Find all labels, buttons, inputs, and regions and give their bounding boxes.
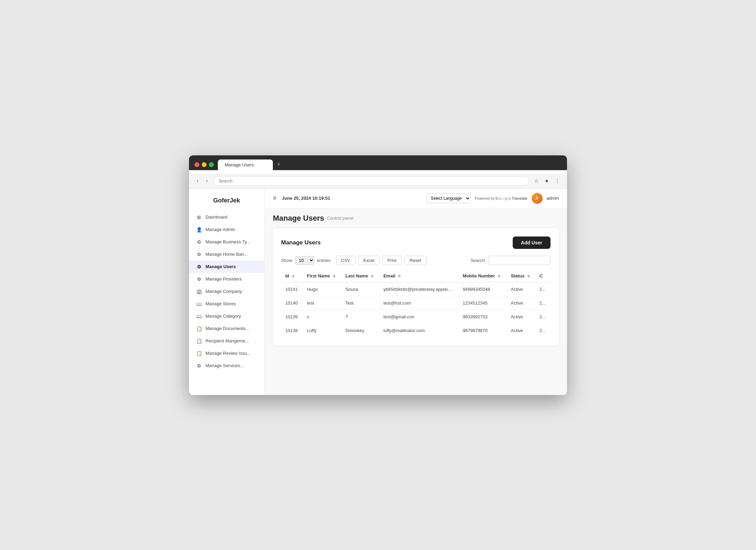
table-controls-row1: Show 10 25 50 100 entries CSV Excel	[281, 256, 551, 265]
reset-button[interactable]: Reset	[404, 256, 426, 265]
sidebar-item-dashboard[interactable]: ⊞ Dashboard	[189, 211, 264, 223]
excel-button[interactable]: Excel	[358, 256, 379, 265]
table-header-row: Id ⇅ First Name ⇅ Last Name ⇅ Email ⇅	[281, 270, 551, 282]
col-header-status[interactable]: Status ⇅	[507, 270, 535, 282]
cell-first-name: Luffy	[303, 323, 341, 337]
cell-status: Active	[507, 282, 535, 296]
minimize-dot[interactable]	[202, 162, 207, 167]
sidebar-item-manage-stores[interactable]: 📖 Manage Stores	[189, 298, 264, 310]
sidebar-item-label: Manage Home Ban...	[205, 252, 248, 257]
browser-toolbar: ‹ › ☆ ● ⋮	[189, 174, 567, 189]
sort-icon-id: ⇅	[292, 274, 294, 278]
sidebar-brand: GoferJek	[189, 194, 264, 211]
cell-id: 10139	[281, 310, 303, 323]
avatar: A	[532, 193, 543, 204]
manage-services-icon: ⚙	[196, 363, 202, 368]
cell-mobile: 1234512345	[459, 296, 507, 310]
ogle-e: e	[509, 196, 511, 200]
cell-c: 2...	[535, 282, 551, 296]
manage-stores-icon: 📖	[196, 301, 202, 307]
address-bar[interactable]	[213, 176, 530, 186]
sidebar-item-label: Manage Users	[205, 264, 236, 269]
tab-title: Manage Users	[225, 162, 254, 167]
profile-button[interactable]: ●	[544, 176, 550, 185]
table-head: Id ⇅ First Name ⇅ Last Name ⇅ Email ⇅	[281, 270, 551, 282]
search-label: Search:	[470, 258, 486, 263]
page-title: Manage Users	[273, 214, 324, 223]
new-tab-button[interactable]: +	[274, 160, 284, 169]
cell-mobile: 9833992753	[459, 310, 507, 323]
page-header: Manage Users Control panel	[265, 208, 567, 226]
cell-first-name: test	[303, 296, 341, 310]
table-card-title: Manage Users	[281, 239, 321, 246]
search-input[interactable]	[489, 256, 551, 265]
top-bar-left: ≡ June 25, 2024 10:19:51	[273, 195, 330, 202]
sidebar-item-manage-providers[interactable]: ⚙ Manage Providers	[189, 273, 264, 285]
cell-c: 2...	[535, 296, 551, 310]
active-tab[interactable]: Manage Users	[218, 160, 273, 170]
sidebar-item-manage-business[interactable]: ⚙ Manage Business Ty...	[189, 236, 264, 248]
back-button[interactable]: ‹	[194, 176, 200, 185]
sidebar-item-manage-documents[interactable]: 📋 Manage Documents...	[189, 322, 264, 335]
print-button[interactable]: Print	[382, 256, 402, 265]
sidebar-item-manage-home-bank[interactable]: ⚙ Manage Home Ban...	[189, 248, 264, 261]
oogle-text: o	[499, 196, 501, 200]
csv-button[interactable]: CSV	[336, 256, 356, 265]
sidebar-item-label: Dashboard	[205, 214, 227, 220]
admin-label: admin	[547, 196, 559, 201]
sidebar-item-label: Manage Services...	[205, 363, 244, 368]
sidebar-item-label: Manage Admin	[205, 227, 235, 232]
sidebar-item-manage-services[interactable]: ⚙ Manage Services...	[189, 360, 264, 372]
entries-select[interactable]: 10 25 50 100	[295, 256, 314, 265]
close-dot[interactable]	[194, 162, 199, 167]
forward-button[interactable]: ›	[204, 176, 210, 185]
manage-review-icon: 📋	[196, 351, 202, 356]
manage-providers-icon: ⚙	[196, 276, 202, 282]
hamburger-button[interactable]: ≡	[273, 195, 277, 202]
cell-status: Active	[507, 323, 535, 337]
browser-window: Manage Users + ‹ › ☆ ● ⋮ GoferJek ⊞ Dash…	[189, 155, 567, 395]
sidebar-item-manage-users[interactable]: ⚙ Manage Users	[189, 261, 264, 273]
sidebar-item-manage-category[interactable]: 📖 Manage Category	[189, 310, 264, 322]
breadcrumb: Control panel	[327, 216, 353, 221]
sidebar-item-manage-review[interactable]: 📋 Manage Review Issu...	[189, 347, 264, 360]
sidebar-item-manage-admin[interactable]: 👤 Manage Admin	[189, 223, 264, 236]
add-user-button[interactable]: Add User	[513, 236, 551, 249]
sidebar-item-label: Manage Providers	[205, 276, 242, 282]
cell-last-name: Dmonkey	[341, 323, 379, 337]
bookmark-button[interactable]: ☆	[533, 176, 540, 186]
sort-icon-first-name: ⇅	[333, 274, 335, 278]
col-header-email[interactable]: Email ⇅	[379, 270, 459, 282]
sort-icon-status: ⇅	[527, 274, 530, 278]
toolbar-icons: ☆ ● ⋮	[533, 176, 562, 186]
sidebar: GoferJek ⊞ Dashboard 👤 Manage Admin ⚙ Ma…	[189, 189, 265, 395]
col-header-first-name[interactable]: First Name ⇅	[303, 270, 341, 282]
powered-by: Powered by Google Translate	[475, 196, 527, 200]
sidebar-item-manage-company[interactable]: 🏢 Manage Company	[189, 285, 264, 298]
search-bar: Search:	[470, 256, 551, 265]
sort-icon-mobile: ⇅	[498, 274, 500, 278]
col-header-id[interactable]: Id ⇅	[281, 270, 303, 282]
sidebar-item-label: Manage Stores	[205, 301, 236, 306]
col-header-c[interactable]: C	[535, 270, 551, 282]
sort-icon-email: ⇅	[398, 274, 401, 278]
app-content: GoferJek ⊞ Dashboard 👤 Manage Admin ⚙ Ma…	[189, 189, 567, 395]
google-text: G	[496, 196, 499, 200]
sidebar-item-label: Manage Business Ty...	[205, 239, 250, 244]
language-select[interactable]: Select Language English Spanish French	[426, 194, 471, 203]
sort-icon-last-name: ⇅	[371, 274, 374, 278]
browser-titlebar: Manage Users +	[194, 160, 562, 170]
translate-label: Translate	[512, 196, 527, 200]
manage-admin-icon: 👤	[196, 227, 202, 232]
cell-id: 10140	[281, 296, 303, 310]
maximize-dot[interactable]	[209, 162, 214, 167]
table-row: 10139 s T test@gmail.con 9833992753 Acti…	[281, 310, 551, 323]
entries-label: entries	[317, 258, 331, 263]
col-header-mobile[interactable]: Mobile Number ⇅	[459, 270, 507, 282]
col-header-last-name[interactable]: Last Name ⇅	[341, 270, 379, 282]
ogle-o2: o	[502, 196, 504, 200]
cell-email: yb65rb9mbr@privaterelay.appleid.com	[379, 282, 459, 296]
sidebar-item-recipient-management[interactable]: 📋 Recipient Mangeme...	[189, 335, 264, 347]
browser-menu-button[interactable]: ⋮	[553, 176, 562, 186]
cell-first-name: s	[303, 310, 341, 323]
